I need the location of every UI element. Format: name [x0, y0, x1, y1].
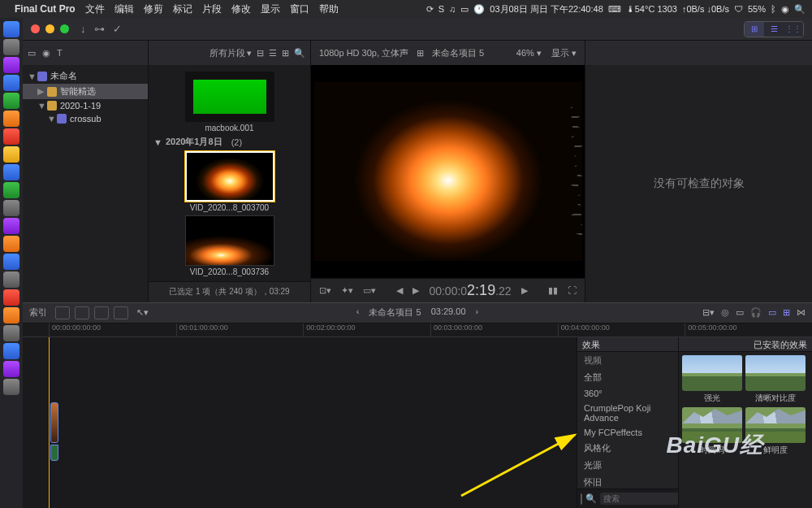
- play-prev-icon[interactable]: ◀: [396, 285, 403, 296]
- maximize-button[interactable]: [60, 24, 69, 33]
- effects-category[interactable]: 光源: [577, 457, 678, 474]
- keyword-button[interactable]: ⊶: [94, 23, 105, 35]
- menu-window[interactable]: 窗口: [290, 2, 309, 16]
- viewer-canvas[interactable]: [311, 65, 585, 278]
- dock-app-icon[interactable]: [3, 111, 19, 127]
- dock-app-icon[interactable]: [3, 39, 19, 55]
- menu-modify[interactable]: 修改: [231, 2, 251, 16]
- effects-category[interactable]: CrumplePop Koji Advance: [577, 401, 678, 425]
- close-button[interactable]: [31, 24, 40, 33]
- filmstrip-view-icon[interactable]: ⊟: [257, 48, 264, 59]
- dock-app-icon[interactable]: [3, 146, 19, 163]
- effect-item[interactable]: 强光: [682, 355, 742, 404]
- play-next-icon[interactable]: ▶: [521, 285, 528, 296]
- battery-status[interactable]: 55%: [748, 4, 766, 14]
- effects-category[interactable]: 全部: [577, 369, 678, 386]
- menu-view[interactable]: 显示: [261, 2, 280, 16]
- effects-category[interactable]: My FCPeffects: [577, 425, 678, 440]
- minimize-button[interactable]: [45, 24, 54, 33]
- dock-appstore-icon[interactable]: [3, 271, 19, 288]
- play-button-icon[interactable]: ▶: [412, 285, 419, 296]
- dock-app-icon[interactable]: [3, 325, 19, 341]
- history-back-icon[interactable]: ‹: [356, 306, 360, 319]
- import-button[interactable]: ↓: [80, 23, 86, 35]
- transform-tool-icon[interactable]: ⊡▾: [319, 285, 331, 296]
- display-icon[interactable]: ▭: [460, 4, 469, 15]
- smart-collection[interactable]: ▶智能精选: [23, 84, 148, 99]
- status-icon[interactable]: ⟳: [426, 4, 434, 15]
- app-name[interactable]: Final Cut Pro: [15, 3, 76, 15]
- layout-switcher[interactable]: ⊞☰⋮⋮: [744, 21, 804, 37]
- dock-app-icon[interactable]: [3, 128, 19, 145]
- skimming-icon[interactable]: ▭: [736, 307, 744, 318]
- clip-item[interactable]: VID_2020...8_003736: [185, 215, 274, 276]
- index-button[interactable]: 索引: [29, 306, 47, 319]
- effects-toggle-icon[interactable]: [581, 493, 582, 505]
- dock-app-icon[interactable]: [3, 200, 19, 216]
- clock-icon[interactable]: 🕐: [473, 4, 485, 15]
- dock-fcp-icon[interactable]: [3, 361, 19, 377]
- dock-app-icon[interactable]: [3, 254, 19, 270]
- timeline-clip[interactable]: [50, 402, 58, 443]
- dock-wechat-icon[interactable]: [3, 182, 19, 198]
- menu-edit[interactable]: 编辑: [114, 2, 134, 16]
- color-tool-icon[interactable]: ✦▾: [341, 285, 353, 296]
- effect-item[interactable]: 时间码: [682, 407, 742, 456]
- timeline-ruler[interactable]: 00:00:00:00:00 00:01:00:00:00 00:02:00:0…: [23, 323, 812, 337]
- effect-item[interactable]: 清晰对比度: [745, 355, 806, 404]
- search-icon[interactable]: 🔍: [294, 48, 305, 59]
- dock-finder-icon[interactable]: [3, 21, 19, 37]
- photos-tab-icon[interactable]: ◉: [42, 48, 50, 59]
- shield-icon[interactable]: 🛡: [734, 4, 743, 14]
- bg-tasks-button[interactable]: ✓: [113, 23, 122, 35]
- dock-app-icon[interactable]: [3, 164, 19, 180]
- timeline-tracks[interactable]: [23, 337, 577, 508]
- music-icon[interactable]: ♫: [449, 4, 456, 14]
- timeline-clip-audio[interactable]: [50, 445, 58, 461]
- dock-app-icon[interactable]: [3, 236, 19, 252]
- bluetooth-icon[interactable]: ᛒ: [771, 4, 776, 14]
- audio-skim-icon[interactable]: 🎧: [750, 307, 762, 318]
- view-dropdown[interactable]: 显示 ▾: [551, 47, 577, 59]
- fullscreen-icon[interactable]: ⛶: [568, 285, 577, 295]
- effects-category[interactable]: 视频: [577, 352, 678, 369]
- clip-filter-dropdown[interactable]: 所有片段 ▾: [209, 47, 252, 59]
- spotlight-icon[interactable]: 🔍: [794, 4, 806, 15]
- effects-category[interactable]: 360°: [577, 386, 678, 401]
- sogou-icon[interactable]: S: [438, 4, 444, 14]
- keyword-row[interactable]: ▼crossub: [23, 112, 148, 125]
- menu-mark[interactable]: 标记: [173, 2, 192, 16]
- effects-browser-icon[interactable]: ⊞: [783, 307, 790, 318]
- list-view-icon[interactable]: ☰: [269, 48, 277, 59]
- effects-category[interactable]: 怀旧: [577, 474, 678, 488]
- dock-trash-icon[interactable]: [3, 379, 19, 395]
- timecode-display[interactable]: 00:00:02:19.22: [429, 282, 511, 299]
- menu-trim[interactable]: 修剪: [144, 2, 163, 16]
- audio-meter-icon[interactable]: ▮▮: [548, 285, 558, 296]
- format-menu-icon[interactable]: ⊞: [417, 48, 424, 59]
- clip-item[interactable]: VID_2020...8_003700: [185, 151, 274, 212]
- clip-appearance-icon[interactable]: ⊞: [282, 48, 289, 59]
- overwrite-button[interactable]: [114, 306, 128, 319]
- library-root[interactable]: ▼未命名: [23, 68, 148, 84]
- effects-category[interactable]: 风格化: [577, 440, 678, 457]
- dock-app-icon[interactable]: [3, 218, 19, 234]
- dock-app-icon[interactable]: [3, 93, 19, 109]
- dock-app-icon[interactable]: [3, 307, 19, 323]
- menu-file[interactable]: 文件: [85, 2, 105, 16]
- menu-help[interactable]: 帮助: [319, 2, 339, 16]
- browser-body[interactable]: macbook.001 ▼2020年1月8日 (2) VID_2020...8_…: [149, 65, 310, 281]
- solo-icon[interactable]: ▭: [768, 307, 776, 318]
- event-row[interactable]: ▼2020-1-19: [23, 99, 148, 112]
- dock-app-icon[interactable]: [3, 57, 19, 73]
- date-time[interactable]: 03月08日 周日 下午22:40:48: [490, 3, 603, 15]
- playhead[interactable]: [49, 337, 50, 508]
- effect-item[interactable]: 鲜明度: [745, 407, 806, 456]
- titles-tab-icon[interactable]: T: [57, 48, 63, 58]
- transitions-browser-icon[interactable]: ⋈: [797, 307, 806, 318]
- clip-item[interactable]: macbook.001: [185, 72, 274, 132]
- select-tool-icon[interactable]: ↖▾: [136, 307, 149, 318]
- menu-clip[interactable]: 片段: [202, 2, 222, 16]
- snapping-icon[interactable]: ◎: [721, 307, 729, 318]
- library-tab-icon[interactable]: ▭: [28, 48, 36, 59]
